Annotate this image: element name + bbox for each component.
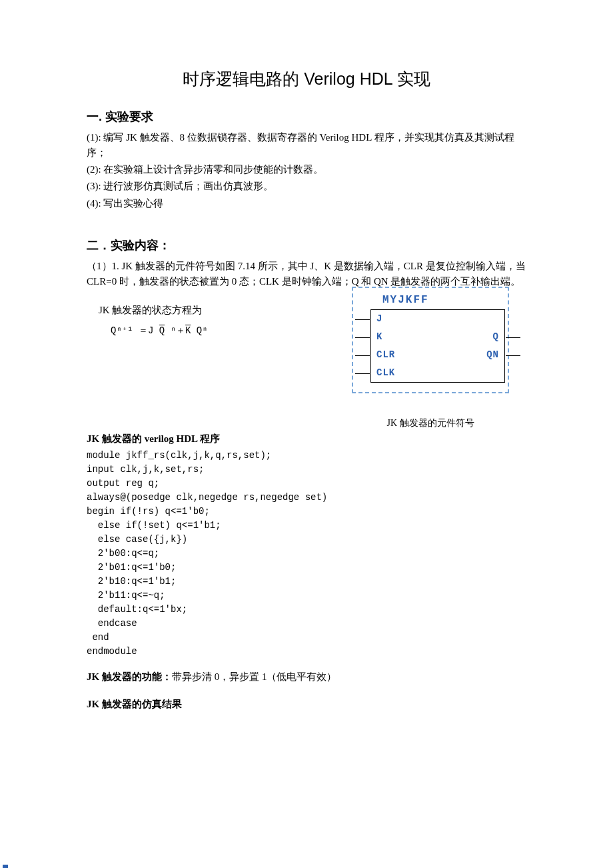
section-1-heading: 一. 实验要求 (87, 108, 526, 126)
eq-mid1: ⁿ＋ (165, 325, 185, 336)
code-line: input clk,j,k,set,rs; (87, 463, 526, 477)
symbol-pin-clk: CLK (371, 364, 504, 382)
req-item-3: (3): 进行波形仿真测试后；画出仿真波形。 (87, 179, 526, 194)
state-equation: Qⁿ⁺¹ ＝J Q ⁿ＋K Qⁿ (99, 324, 321, 338)
pin-clr-label: CLR (376, 348, 395, 362)
code-heading: JK 触发器的 verilog HDL 程序 (87, 431, 526, 447)
code-line: endcase (87, 617, 526, 631)
eq-text-pre: Qⁿ⁺¹ ＝J (111, 325, 159, 336)
code-line: 2'b01:q<=1'b0; (87, 561, 526, 575)
function-paragraph: JK 触发器的功能：带异步清 0，异步置 1（低电平有效） (87, 669, 526, 685)
eq-qbar: Q (159, 325, 165, 336)
code-line: module jkff_rs(clk,j,k,q,rs,set); (87, 449, 526, 463)
symbol-caption: JK 触发器的元件符号 (334, 416, 526, 430)
component-symbol-box: MYJKFF J K Q CLR QN CLK (352, 287, 509, 393)
symbol-title: MYJKFF (356, 291, 505, 309)
symbol-pin-k-q: K Q (371, 328, 504, 346)
symbol-corner-marker (3, 865, 8, 868)
pin-qn-label: QN (486, 348, 499, 362)
code-line: else case({j,k}) (87, 533, 526, 547)
code-line: end (87, 631, 526, 645)
code-line: output reg q; (87, 477, 526, 491)
code-line: default:q<=1'bx; (87, 603, 526, 617)
simulation-heading: JK 触发器的仿真结果 (87, 697, 526, 712)
code-line: begin if(!rs) q<=1'b0; (87, 505, 526, 519)
req-item-1: (1): 编写 JK 触发器、8 位数据锁存器、数据寄存器的 Verilog H… (87, 130, 526, 161)
function-text: 带异步清 0，异步置 1（低电平有效） (172, 671, 337, 682)
pin-q-label: Q (493, 330, 499, 344)
code-line: 2'b10:q<=1'b1; (87, 575, 526, 589)
pin-j-label: J (376, 312, 382, 326)
req-item-4: (4): 写出实验心得 (87, 196, 526, 211)
verilog-code-block: module jkff_rs(clk,j,k,q,rs,set); input … (87, 449, 526, 659)
section-2-heading: 二．实验内容： (87, 237, 526, 255)
function-heading: JK 触发器的功能： (87, 671, 172, 682)
eq-mid2: Qⁿ (191, 325, 207, 336)
state-equation-block: JK 触发器的状态方程为 Qⁿ⁺¹ ＝J Q ⁿ＋K Qⁿ (99, 303, 321, 337)
section-2-intro: （1）1. JK 触发器的元件符号如图 7.14 所示，其中 J、K 是数据输入… (87, 259, 526, 290)
state-equation-label: JK 触发器的状态方程为 (99, 303, 321, 318)
symbol-body: J K Q CLR QN CLK (370, 309, 505, 383)
symbol-pin-j: J (371, 310, 504, 328)
req-item-2: (2): 在实验箱上设计含异步清零和同步使能的计数器。 (87, 162, 526, 177)
symbol-pin-clr-qn: CLR QN (371, 346, 504, 364)
pin-clk-label: CLK (376, 366, 395, 380)
pin-k-label: K (376, 330, 382, 344)
code-line: 2'b00:q<=q; (87, 547, 526, 561)
code-line: 2'b11:q<=~q; (87, 589, 526, 603)
document-page: 时序逻辑电路的 Verilog HDL 实现 一. 实验要求 (1): 编写 J… (0, 0, 613, 868)
code-line: else if(!set) q<=1'b1; (87, 519, 526, 533)
doc-title: 时序逻辑电路的 Verilog HDL 实现 (87, 67, 526, 92)
equation-and-symbol-row: JK 触发器的状态方程为 Qⁿ⁺¹ ＝J Q ⁿ＋K Qⁿ MYJKFF J K… (87, 291, 526, 430)
code-line: always@(posedge clk,negedge rs,negedge s… (87, 491, 526, 505)
code-line: endmodule (87, 645, 526, 659)
